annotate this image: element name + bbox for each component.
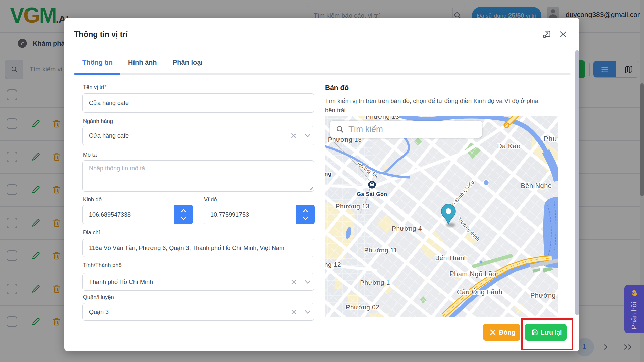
svg-text:Phường: Phường bbox=[530, 292, 556, 299]
svg-text:Phường 13: Phường 13 bbox=[366, 116, 399, 120]
svg-text:Phường 13: Phường 13 bbox=[336, 203, 369, 210]
svg-text:Bến Nghé: Bến Nghé bbox=[521, 182, 552, 189]
svg-text:Bến Thành: Bến Thành bbox=[435, 254, 468, 261]
svg-text:ng: ng bbox=[325, 171, 332, 177]
svg-text:Phường: Phường bbox=[543, 135, 558, 143]
svg-text:Cầu Ông Lãnh: Cầu Ông Lãnh bbox=[457, 288, 502, 296]
svg-text:Phường 11: Phường 11 bbox=[364, 247, 397, 254]
svg-text:Đa Kao: Đa Kao bbox=[497, 142, 521, 150]
svg-text:Phường 1: Phường 1 bbox=[360, 279, 390, 286]
svg-text:ng 12: ng 12 bbox=[325, 261, 341, 268]
svg-text:Phường 4: Phường 4 bbox=[392, 225, 422, 232]
svg-text:Ga Sài Gòn: Ga Sài Gòn bbox=[357, 191, 387, 197]
svg-text:Phạm Ngũ Lão: Phạm Ngũ Lão bbox=[449, 270, 496, 278]
svg-text:Phường 02: Phường 02 bbox=[346, 304, 379, 311]
